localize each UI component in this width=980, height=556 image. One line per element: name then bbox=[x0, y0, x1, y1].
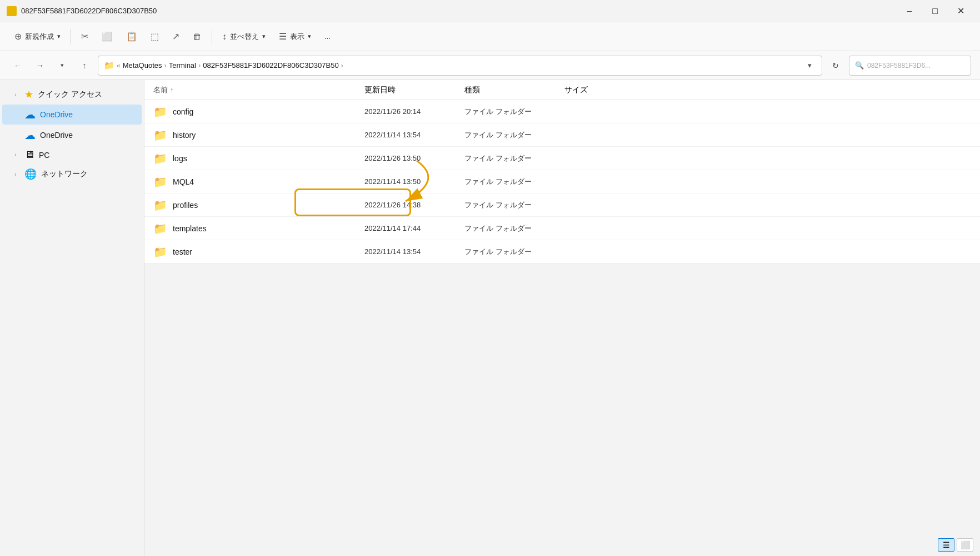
address-path-terminal[interactable]: Terminal bbox=[169, 61, 196, 70]
address-dropdown-button[interactable]: ▾ bbox=[803, 59, 816, 72]
file-name-profiles: profiles bbox=[173, 201, 198, 210]
forward-button[interactable]: → bbox=[31, 57, 49, 75]
folder-icon-history: 📁 bbox=[153, 128, 167, 142]
sort-up-icon: ↑ bbox=[170, 86, 173, 94]
sort-button[interactable]: ↕ 並べ替え ▾ bbox=[217, 28, 271, 45]
rename-button[interactable]: ⬚ bbox=[145, 28, 164, 45]
file-date-config: 2022/11/26 20:14 bbox=[364, 107, 464, 116]
onedrive-2-icon: ☁ bbox=[24, 128, 36, 142]
toolbar-separator-1 bbox=[71, 29, 71, 44]
toolbar-separator-2 bbox=[212, 29, 212, 44]
column-type-label: 種類 bbox=[464, 85, 480, 94]
file-type-logs: ファイル フォルダー bbox=[464, 153, 564, 163]
file-row-mql4[interactable]: 📁 MQL4 2022/11/14 13:50 ファイル フォルダー bbox=[144, 170, 980, 193]
share-button[interactable]: ↗ bbox=[167, 28, 185, 45]
column-date[interactable]: 更新日時 bbox=[364, 85, 464, 95]
file-date-history: 2022/11/14 13:54 bbox=[364, 131, 464, 139]
expand-icon-pc: › bbox=[11, 151, 20, 160]
minimize-button[interactable]: – bbox=[897, 2, 922, 20]
close-button[interactable]: ✕ bbox=[948, 2, 973, 20]
address-path-metaquotes[interactable]: MetaQuotes bbox=[123, 61, 162, 70]
file-name-cell-templates: 📁 templates bbox=[153, 222, 364, 235]
file-row-templates[interactable]: 📁 templates 2022/11/14 17:44 ファイル フォルダー bbox=[144, 217, 980, 240]
delete-icon: 🗑 bbox=[193, 32, 202, 42]
expand-icon-network: › bbox=[11, 170, 20, 178]
expand-icon-onedrive-2 bbox=[11, 131, 20, 140]
file-list-container: 名前 ↑ 更新日時 種類 サイズ 📁 config 20 bbox=[144, 80, 980, 556]
file-name-cell-logs: 📁 logs bbox=[153, 152, 364, 165]
paste-button[interactable]: 📋 bbox=[121, 28, 143, 45]
new-button[interactable]: ⊕ 新規作成 ▾ bbox=[9, 28, 66, 45]
large-icon-view-button[interactable]: ⬜ bbox=[957, 538, 973, 552]
pc-icon: 🖥 bbox=[24, 149, 34, 161]
title-bar-controls: – □ ✕ bbox=[897, 2, 973, 20]
column-name[interactable]: 名前 ↑ bbox=[153, 85, 364, 95]
column-size-label: サイズ bbox=[564, 85, 588, 94]
file-row-profiles[interactable]: 📁 profiles 2022/11/26 14:38 ファイル フォルダー bbox=[144, 193, 980, 217]
address-path-part-1: « bbox=[117, 62, 121, 70]
title-bar-icon bbox=[7, 6, 17, 16]
view-button[interactable]: ☰ 表示 ▾ bbox=[273, 28, 317, 45]
file-name-cell-history: 📁 history bbox=[153, 128, 364, 142]
file-name-mql4: MQL4 bbox=[173, 177, 194, 186]
network-icon: 🌐 bbox=[24, 168, 37, 180]
more-button[interactable]: ... bbox=[319, 29, 336, 44]
new-chevron-icon: ▾ bbox=[57, 33, 61, 40]
address-bar-row: ← → ▾ ↑ 📁 « MetaQuotes › Terminal › 082F… bbox=[0, 51, 980, 80]
column-size[interactable]: サイズ bbox=[564, 85, 620, 95]
view-chevron-icon: ▾ bbox=[308, 33, 311, 40]
onedrive-active-label: OneDrive bbox=[40, 110, 73, 119]
up-button[interactable]: ↑ bbox=[76, 57, 93, 75]
onedrive-2-label: OneDrive bbox=[40, 131, 73, 140]
pc-label: PC bbox=[39, 151, 49, 160]
sidebar-item-quick-access[interactable]: › ★ クイック アクセス bbox=[2, 85, 142, 104]
folder-icon-tester: 📁 bbox=[153, 245, 167, 259]
recent-locations-button[interactable]: ▾ bbox=[53, 57, 71, 75]
view-icon: ☰ bbox=[279, 31, 287, 42]
sidebar-item-onedrive-2[interactable]: ☁ OneDrive bbox=[2, 125, 142, 145]
more-button-label: ... bbox=[324, 32, 331, 41]
file-row-history[interactable]: 📁 history 2022/11/14 13:54 ファイル フォルダー bbox=[144, 123, 980, 147]
view-button-label: 表示 bbox=[290, 32, 304, 42]
file-name-cell-tester: 📁 tester bbox=[153, 245, 364, 259]
cut-icon: ✂ bbox=[81, 31, 88, 42]
network-label: ネットワーク bbox=[41, 169, 88, 179]
sidebar-item-onedrive-active[interactable]: ☁ OneDrive bbox=[2, 105, 142, 125]
address-path-hash[interactable]: 082F53F5881F3D6022DF806C3D307B50 bbox=[203, 61, 338, 70]
file-type-config: ファイル フォルダー bbox=[464, 107, 564, 117]
file-name-logs: logs bbox=[173, 154, 187, 163]
address-path: « MetaQuotes › Terminal › 082F53F5881F3D… bbox=[117, 61, 801, 70]
file-name-history: history bbox=[173, 131, 196, 140]
file-row-config[interactable]: 📁 config 2022/11/26 20:14 ファイル フォルダー bbox=[144, 100, 980, 123]
file-date-profiles: 2022/11/26 14:38 bbox=[364, 201, 464, 209]
refresh-button[interactable]: ↻ bbox=[827, 57, 844, 75]
search-icon: 🔍 bbox=[855, 61, 864, 70]
sort-icon: ↕ bbox=[222, 32, 227, 42]
column-name-label: 名前 bbox=[153, 85, 168, 95]
folder-icon-logs: 📁 bbox=[153, 152, 167, 165]
file-row-tester[interactable]: 📁 tester 2022/11/14 13:54 ファイル フォルダー bbox=[144, 240, 980, 264]
column-type[interactable]: 種類 bbox=[464, 85, 564, 95]
file-name-cell-mql4: 📁 MQL4 bbox=[153, 175, 364, 188]
cut-button[interactable]: ✂ bbox=[76, 28, 94, 45]
share-icon: ↗ bbox=[172, 31, 179, 42]
search-bar[interactable]: 🔍 082F53F5881F3D6... bbox=[849, 56, 971, 76]
copy-button[interactable]: ⬜ bbox=[96, 28, 118, 45]
address-bar[interactable]: 📁 « MetaQuotes › Terminal › 082F53F5881F… bbox=[98, 56, 822, 76]
file-date-mql4: 2022/11/14 13:50 bbox=[364, 177, 464, 186]
address-folder-icon: 📁 bbox=[104, 61, 114, 71]
file-type-mql4: ファイル フォルダー bbox=[464, 177, 564, 187]
file-row-logs[interactable]: 📁 logs 2022/11/26 13:50 ファイル フォルダー bbox=[144, 147, 980, 170]
sidebar-item-network[interactable]: › 🌐 ネットワーク bbox=[2, 165, 142, 183]
sidebar-item-pc[interactable]: › 🖥 PC bbox=[2, 146, 142, 164]
quick-access-label: クイック アクセス bbox=[38, 90, 102, 100]
delete-button[interactable]: 🗑 bbox=[187, 28, 207, 45]
file-date-tester: 2022/11/14 13:54 bbox=[364, 247, 464, 256]
list-view-button[interactable]: ☰ bbox=[938, 538, 954, 552]
sidebar: › ★ クイック アクセス ☁ OneDrive ☁ OneDrive › 🖥 … bbox=[0, 80, 144, 556]
file-type-templates: ファイル フォルダー bbox=[464, 224, 564, 234]
file-type-tester: ファイル フォルダー bbox=[464, 247, 564, 257]
back-button[interactable]: ← bbox=[9, 57, 27, 75]
maximize-button[interactable]: □ bbox=[922, 2, 948, 20]
file-date-templates: 2022/11/14 17:44 bbox=[364, 224, 464, 232]
